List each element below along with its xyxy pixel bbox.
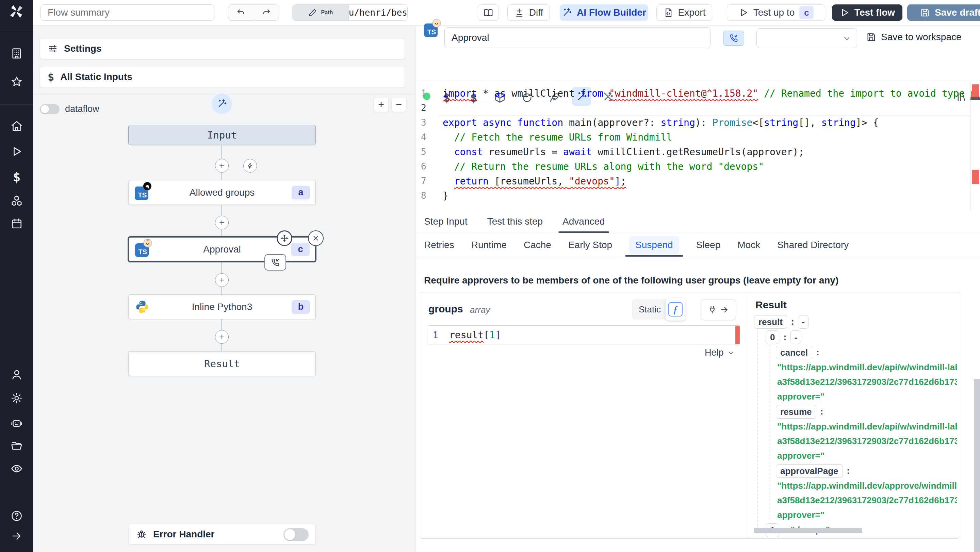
path-value: u/henri/bes bbox=[348, 5, 407, 21]
expand-sidebar-arrow-icon[interactable] bbox=[10, 529, 24, 543]
json-url-line: a3f58d13e212/3963172903/2c77d162d6b17395… bbox=[754, 493, 957, 508]
code-line bbox=[439, 101, 970, 115]
json-key[interactable]: cancel bbox=[776, 346, 812, 360]
zoom-in-button[interactable]: + bbox=[374, 97, 388, 112]
arrow-right-icon bbox=[720, 305, 729, 315]
subtab-cache[interactable]: Cache bbox=[524, 233, 551, 257]
add-step-button[interactable] bbox=[215, 273, 229, 287]
move-node-button[interactable] bbox=[277, 231, 292, 246]
static-toggle-control[interactable]: Static ƒ bbox=[632, 299, 685, 320]
export-button[interactable]: Export bbox=[656, 5, 712, 21]
home-icon[interactable] bbox=[10, 119, 24, 133]
error-handler-card[interactable]: Error Handler bbox=[128, 524, 316, 544]
suspend-phone-indicator[interactable] bbox=[264, 254, 286, 270]
code-editor[interactable]: 12345678 import * as wmillClient from "w… bbox=[416, 81, 980, 210]
json-key[interactable]: resume bbox=[776, 405, 816, 418]
help-circle-icon[interactable] bbox=[10, 509, 24, 523]
overview-ruler bbox=[970, 81, 971, 210]
ai-flow-builder-button[interactable]: AI Flow Builder bbox=[560, 5, 648, 21]
collapse-button[interactable]: - bbox=[798, 315, 808, 329]
help-dropdown[interactable]: Help bbox=[705, 347, 735, 358]
json-key[interactable]: approvalPage bbox=[776, 464, 843, 478]
subtab-sleep[interactable]: Sleep bbox=[696, 233, 721, 257]
undo-icon bbox=[236, 8, 246, 17]
step-name-input[interactable] bbox=[444, 27, 711, 48]
resources-boxes-icon[interactable] bbox=[10, 194, 24, 208]
node-inline-python3[interactable]: Inline Python3 b bbox=[128, 294, 316, 319]
node-input[interactable]: Input bbox=[128, 125, 316, 145]
subtab-mock[interactable]: Mock bbox=[737, 233, 760, 257]
json-row-result: result:- bbox=[754, 314, 957, 329]
subtab-suspend[interactable]: Suspend bbox=[629, 233, 679, 257]
script-version-select[interactable] bbox=[756, 28, 857, 48]
result-section: Result result:-0:-cancel:"https://app.wi… bbox=[747, 292, 959, 538]
export-file-icon bbox=[663, 8, 673, 18]
save-to-workspace-button[interactable]: Save to workspace bbox=[866, 32, 962, 43]
all-static-inputs-button[interactable]: $ All Static Inputs bbox=[40, 66, 405, 88]
add-step-button[interactable] bbox=[215, 159, 229, 173]
test-up-to-button[interactable]: Test up to c bbox=[727, 5, 825, 21]
favorites-star-icon[interactable] bbox=[10, 75, 24, 89]
horizontal-scrollbar[interactable] bbox=[754, 528, 862, 533]
workers-bot-icon[interactable] bbox=[10, 416, 24, 430]
add-step-button[interactable] bbox=[215, 216, 229, 229]
test-flow-button[interactable]: Test flow bbox=[832, 5, 902, 21]
dataflow-toggle[interactable] bbox=[40, 104, 60, 115]
user-icon[interactable] bbox=[10, 368, 24, 382]
phone-incoming-icon bbox=[729, 33, 738, 43]
colon: : bbox=[816, 347, 819, 358]
node-allowed-groups[interactable]: TS Allowed groups a bbox=[128, 180, 316, 205]
tab-test-this-step[interactable]: Test this step bbox=[487, 210, 543, 233]
windmill-flow-editor: $ Path u/henri/bes Diff bbox=[0, 0, 980, 552]
json-key[interactable]: result bbox=[754, 315, 787, 329]
path-label: Path bbox=[321, 10, 333, 16]
sliders-icon bbox=[48, 44, 58, 54]
undo-button[interactable] bbox=[228, 5, 254, 21]
connect-input-button[interactable] bbox=[701, 299, 736, 320]
plug-icon bbox=[708, 305, 717, 315]
subtab-retries[interactable]: Retries bbox=[424, 233, 454, 257]
tab-advanced[interactable]: Advanced bbox=[563, 210, 605, 233]
subtab-runtime[interactable]: Runtime bbox=[471, 233, 507, 257]
runs-play-icon[interactable] bbox=[10, 145, 24, 158]
vertical-scrollbar[interactable] bbox=[974, 379, 980, 552]
step-editor-panel: TS Save to workspace $ $ 12345678 import… bbox=[416, 25, 980, 552]
path-control[interactable]: Path u/henri/bes bbox=[292, 5, 408, 21]
redo-button[interactable] bbox=[254, 5, 279, 21]
add-step-button[interactable] bbox=[215, 330, 229, 344]
line-number: 4 bbox=[421, 130, 439, 145]
diff-button[interactable]: Diff bbox=[508, 5, 550, 21]
subtab-shared-directory[interactable]: Shared Directory bbox=[777, 233, 849, 257]
settings-gear-icon[interactable] bbox=[10, 391, 24, 405]
collapse-button[interactable]: - bbox=[791, 331, 801, 344]
json-url-line: "https://app.windmill.dev/api/w/windmill… bbox=[754, 360, 957, 375]
bug-icon bbox=[136, 529, 147, 540]
folders-icon[interactable] bbox=[10, 439, 24, 452]
topbar: Path u/henri/bes Diff AI Flow Builder Ex… bbox=[33, 0, 980, 25]
schedules-calendar-icon[interactable] bbox=[10, 217, 24, 231]
docs-book-button[interactable] bbox=[478, 5, 499, 21]
flow-summary-input[interactable] bbox=[40, 5, 215, 21]
redo-icon bbox=[262, 8, 271, 17]
json-key[interactable]: 0 bbox=[765, 331, 779, 344]
suspend-phone-button[interactable] bbox=[723, 31, 744, 46]
zoom-out-button[interactable]: − bbox=[391, 97, 406, 112]
variables-dollar-icon[interactable]: $ bbox=[10, 169, 24, 183]
groups-expression-editor[interactable]: 1 result[1] bbox=[427, 325, 740, 344]
workspace-icon[interactable] bbox=[10, 47, 24, 60]
node-result[interactable]: Result bbox=[128, 351, 316, 376]
help-label: Help bbox=[705, 347, 724, 358]
flow-settings-button[interactable]: Settings bbox=[40, 38, 405, 59]
book-open-icon bbox=[483, 8, 493, 18]
save-draft-button[interactable]: Save draft bbox=[907, 5, 980, 21]
tab-step-input[interactable]: Step Input bbox=[424, 210, 468, 233]
fx-expression-button[interactable]: ƒ bbox=[668, 302, 682, 317]
expr-code: result[1] bbox=[449, 326, 501, 344]
windmill-logo-icon[interactable] bbox=[8, 3, 24, 20]
delete-node-button[interactable] bbox=[308, 231, 324, 246]
add-trigger-bolt-button[interactable] bbox=[243, 159, 257, 173]
audit-eye-icon[interactable] bbox=[10, 462, 24, 476]
subtab-early-stop[interactable]: Early Stop bbox=[568, 233, 612, 257]
ai-wand-button[interactable] bbox=[212, 94, 232, 114]
error-handler-toggle[interactable] bbox=[283, 528, 309, 541]
